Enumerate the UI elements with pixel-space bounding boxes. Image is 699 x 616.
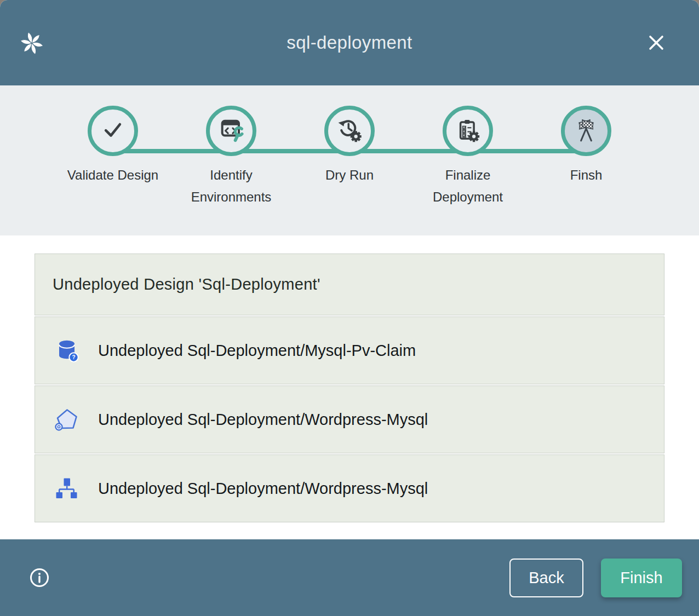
svg-text:?: ? bbox=[72, 354, 75, 360]
titlebar: sql-deployment bbox=[0, 0, 699, 85]
info-button[interactable] bbox=[28, 567, 50, 589]
step-circle bbox=[206, 106, 256, 156]
results-section: Undeployed Design 'Sql-Deployment' ? Und… bbox=[0, 235, 699, 539]
dialog-title: sql-deployment bbox=[287, 32, 412, 53]
step-finalize-deployment: Finalize Deployment bbox=[409, 106, 527, 208]
footer: Back Finish bbox=[0, 539, 699, 616]
result-row: Undeployed Sql-Deployment/Wordpress-Mysq… bbox=[35, 454, 664, 522]
step-label: Finsh bbox=[570, 164, 603, 186]
step-circle bbox=[443, 106, 493, 156]
step-label: Identify Environments bbox=[174, 164, 289, 208]
deployment-wizard-dialog: sql-deployment bbox=[0, 0, 699, 616]
clipboard-gear-icon bbox=[452, 114, 483, 147]
step-label: Validate Design bbox=[67, 164, 158, 186]
step-identify-environments: Identify Environments bbox=[172, 106, 290, 208]
stepper: Validate Design bbox=[0, 85, 699, 235]
dry-run-history-gear-icon bbox=[334, 114, 365, 147]
finish-button[interactable]: Finish bbox=[601, 559, 682, 597]
step-dry-run: Dry Run bbox=[290, 106, 409, 208]
back-button[interactable]: Back bbox=[509, 559, 583, 597]
result-row: Undeployed Sql-Deployment/Wordpress-Mysq… bbox=[35, 385, 664, 453]
result-text: Undeployed Sql-Deployment/Wordpress-Mysq… bbox=[98, 480, 428, 498]
info-icon bbox=[28, 582, 50, 590]
step-validate-design: Validate Design bbox=[54, 106, 172, 208]
step-circle-active bbox=[561, 106, 611, 156]
checkered-flags-icon bbox=[571, 114, 601, 147]
step-finish: Finsh bbox=[527, 106, 645, 208]
result-row: ? Undeployed Sql-Deployment/Mysql-Pv-Cla… bbox=[35, 316, 664, 384]
step-label: Dry Run bbox=[325, 164, 374, 186]
database-icon: ? bbox=[54, 337, 80, 364]
result-text: Undeployed Sql-Deployment/Wordpress-Mysq… bbox=[98, 411, 428, 429]
check-icon bbox=[98, 114, 128, 147]
close-icon bbox=[645, 47, 667, 55]
results-header-row: Undeployed Design 'Sql-Deployment' bbox=[35, 254, 664, 315]
step-label: Finalize Deployment bbox=[410, 164, 525, 208]
meshery-logo-icon bbox=[18, 30, 45, 57]
close-button[interactable] bbox=[642, 28, 671, 57]
results-panel: Undeployed Design 'Sql-Deployment' ? Und… bbox=[35, 254, 664, 522]
pod-icon bbox=[54, 406, 80, 433]
step-circle bbox=[88, 106, 138, 156]
code-window-wrench-icon bbox=[216, 114, 247, 147]
step-circle bbox=[324, 106, 375, 156]
hierarchy-icon bbox=[54, 475, 80, 502]
results-header-text: Undeployed Design 'Sql-Deployment' bbox=[53, 275, 320, 293]
result-text: Undeployed Sql-Deployment/Mysql-Pv-Claim bbox=[98, 342, 416, 360]
